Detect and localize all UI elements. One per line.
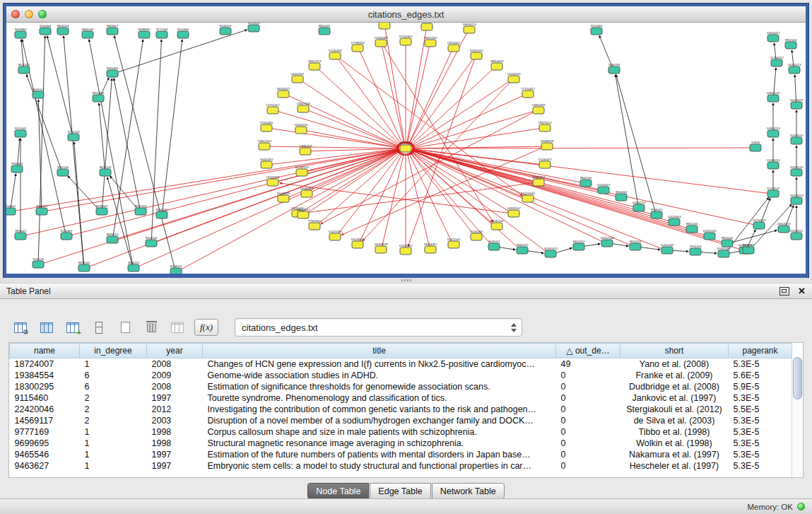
- panel-divider[interactable]: [0, 278, 812, 283]
- graph-node[interactable]: [750, 144, 761, 151]
- delete-button[interactable]: [141, 317, 162, 337]
- graph-node[interactable]: [93, 95, 104, 102]
- graph-node[interactable]: [107, 70, 118, 77]
- graph-node[interactable]: [309, 223, 320, 230]
- graph-node[interactable]: [261, 124, 272, 132]
- graph-node[interactable]: [379, 23, 390, 29]
- table-row[interactable]: 1456911722003Disruption of a novel membe…: [10, 415, 792, 426]
- graph-node[interactable]: [128, 264, 139, 271]
- graph-node[interactable]: [267, 107, 278, 114]
- graph-node[interactable]: [767, 190, 779, 197]
- graph-node[interactable]: [220, 28, 231, 35]
- graph-node[interactable]: [6, 208, 16, 215]
- graph-node[interactable]: [785, 42, 796, 49]
- graph-node[interactable]: [296, 169, 307, 176]
- graph-node[interactable]: [295, 127, 307, 134]
- graph-node[interactable]: [541, 143, 553, 150]
- tab-network-table[interactable]: Network Table: [432, 483, 505, 499]
- graph-node[interactable]: [471, 52, 482, 59]
- close-window-button[interactable]: [11, 10, 20, 18]
- graph-node[interactable]: [718, 250, 729, 257]
- graph-node[interactable]: [573, 243, 584, 250]
- graph-node[interactable]: [298, 105, 309, 112]
- graph-node[interactable]: [601, 240, 613, 247]
- graph-node[interactable]: [18, 66, 30, 74]
- import-table-button[interactable]: [167, 317, 188, 337]
- column-header-year[interactable]: year: [147, 344, 203, 358]
- graph-node[interactable]: [791, 137, 802, 144]
- network-graph[interactable]: 1608832815146457199658121222404616959102…: [6, 23, 806, 274]
- graph-node[interactable]: [68, 134, 79, 141]
- graph-node[interactable]: [789, 66, 800, 74]
- close-panel-icon[interactable]: ✕: [798, 286, 806, 296]
- graph-node[interactable]: [533, 107, 544, 114]
- graph-node[interactable]: [425, 246, 436, 253]
- graph-node[interactable]: [261, 161, 272, 168]
- graph-node[interactable]: [421, 23, 433, 30]
- graph-node[interactable]: [425, 40, 436, 47]
- graph-node[interactable]: [448, 241, 459, 248]
- graph-node[interactable]: [352, 241, 363, 248]
- graph-node[interactable]: [135, 208, 146, 215]
- graph-node[interactable]: [375, 246, 387, 253]
- graph-node[interactable]: [100, 169, 111, 176]
- graph-node[interactable]: [771, 59, 782, 66]
- graph-node[interactable]: [669, 218, 680, 226]
- graph-node[interactable]: [743, 247, 754, 254]
- graph-node[interactable]: [464, 26, 475, 33]
- graph-node[interactable]: [259, 143, 270, 150]
- graph-node[interactable]: [57, 169, 69, 176]
- graph-node[interactable]: [400, 145, 411, 152]
- graph-node[interactable]: [177, 31, 189, 38]
- column-header-short[interactable]: short: [620, 344, 729, 358]
- column-header-name[interactable]: name: [10, 344, 80, 358]
- graph-node[interactable]: [11, 165, 23, 173]
- graph-node[interactable]: [300, 148, 311, 155]
- graph-node[interactable]: [107, 28, 118, 35]
- float-panel-icon[interactable]: [779, 287, 789, 296]
- graph-node[interactable]: [400, 247, 411, 255]
- graph-node[interactable]: [722, 240, 733, 247]
- graph-node[interactable]: [767, 130, 779, 137]
- graph-node[interactable]: [156, 211, 167, 218]
- graph-node[interactable]: [448, 45, 459, 52]
- graph-node[interactable]: [319, 28, 330, 35]
- graph-node[interactable]: [400, 38, 411, 45]
- graph-node[interactable]: [533, 179, 544, 186]
- graph-node[interactable]: [767, 35, 779, 42]
- table-row[interactable]: 2242004622012Investigating the contribut…: [10, 404, 792, 415]
- graph-node[interactable]: [767, 95, 779, 102]
- graph-node[interactable]: [329, 52, 341, 59]
- graph-node[interactable]: [791, 102, 802, 109]
- function-builder-button[interactable]: f(x): [194, 319, 218, 336]
- new-file-button[interactable]: [114, 317, 136, 337]
- table-row[interactable]: 1938455462009Genome-wide association stu…: [10, 370, 792, 381]
- graph-node[interactable]: [352, 45, 363, 52]
- graph-node[interactable]: [292, 76, 303, 83]
- column-header-title[interactable]: title: [203, 344, 556, 358]
- column-header-in_degree[interactable]: in_degree: [80, 344, 147, 358]
- graph-node[interactable]: [591, 28, 602, 35]
- graph-node[interactable]: [661, 247, 673, 254]
- graph-node[interactable]: [375, 40, 387, 47]
- tab-node-table[interactable]: Node Table: [307, 483, 369, 499]
- table-row[interactable]: 969969511998Structural magnetic resonanc…: [10, 438, 792, 449]
- graph-node[interactable]: [170, 268, 182, 274]
- show-columns-button[interactable]: [36, 317, 57, 337]
- graph-node[interactable]: [33, 261, 44, 268]
- table-row[interactable]: 946362711997Embryonic stem cells: a mode…: [10, 460, 792, 472]
- scrollbar-thumb[interactable]: [793, 357, 802, 399]
- graph-node[interactable]: [791, 197, 802, 204]
- graph-node[interactable]: [248, 25, 259, 32]
- graph-node[interactable]: [139, 31, 150, 38]
- graph-node[interactable]: [517, 247, 528, 254]
- graph-node[interactable]: [61, 233, 72, 240]
- graph-node[interactable]: [309, 63, 320, 70]
- graph-node[interactable]: [488, 243, 500, 250]
- table-row[interactable]: 977716911998Corpus callosum shape and si…: [10, 426, 792, 438]
- graph-node[interactable]: [278, 90, 289, 98]
- graph-node[interactable]: [491, 223, 502, 230]
- graph-node[interactable]: [471, 233, 482, 240]
- graph-node[interactable]: [36, 208, 47, 215]
- graph-node[interactable]: [608, 66, 620, 74]
